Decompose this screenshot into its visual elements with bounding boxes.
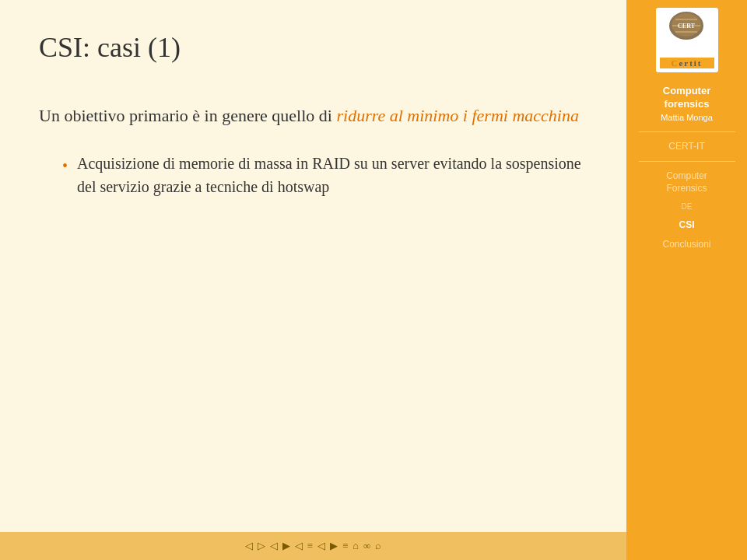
- nav-symbol-4[interactable]: ▶: [282, 540, 290, 552]
- sidebar-nav-label-de: DE: [636, 201, 738, 212]
- sidebar-title-section: Computer forensics Mattia Monga: [626, 80, 747, 127]
- sidebar-nav-label-computer: Computer: [636, 170, 738, 183]
- nav-symbol-6[interactable]: ≡: [307, 540, 313, 552]
- slide-body: Un obiettivo primario è in genere quello…: [39, 95, 587, 529]
- nav-symbol-10[interactable]: ⌂: [352, 540, 359, 552]
- bullet-item-1: • Acquisizione di memorie di massa in RA…: [62, 152, 587, 198]
- main-text-part1: Un obiettivo primario è in genere quello…: [39, 106, 336, 125]
- sidebar-org-label: CERT-IT: [636, 140, 738, 153]
- slide-title: CSI: casi (1): [39, 31, 587, 64]
- nav-symbol-3[interactable]: ◁: [270, 540, 278, 552]
- bullet-dot-icon: •: [62, 154, 68, 177]
- nav-symbol-2[interactable]: ▷: [258, 540, 265, 552]
- cert-emblem-svg: CERT: [660, 12, 713, 54]
- sidebar-nav-label-forensics: Forensics: [636, 182, 738, 195]
- svg-text:CERT: CERT: [678, 23, 696, 30]
- sidebar-org-item: CERT-IT: [626, 137, 747, 156]
- nav-symbol-12[interactable]: ⌕: [375, 540, 381, 552]
- sidebar-author: Mattia Monga: [636, 113, 738, 122]
- sidebar-title-line2: forensics: [636, 98, 738, 111]
- cert-text-stripe: Certit: [660, 58, 714, 68]
- nav-symbol-7[interactable]: ◁: [317, 540, 325, 552]
- nav-symbol-9[interactable]: ≡: [342, 540, 348, 552]
- sidebar-nav-de[interactable]: DE: [626, 198, 747, 215]
- nav-symbol-1[interactable]: ◁: [245, 540, 253, 552]
- bottom-navigation-bar[interactable]: ◁ ▷ ◁ ▶ ◁ ≡ ◁ ▶ ≡ ⌂ ∞ ⌕: [0, 532, 626, 560]
- sidebar-nav-computer-forensics[interactable]: Computer Forensics: [626, 166, 747, 199]
- sidebar: CERT Certit Computer forensics Mattia Mo…: [626, 0, 747, 560]
- sidebar-nav-conclusioni[interactable]: Conclusioni: [626, 235, 747, 254]
- nav-symbol-8[interactable]: ▶: [330, 540, 338, 552]
- sidebar-nav-csi[interactable]: CSI: [626, 215, 747, 235]
- sidebar-title-line1: Computer: [636, 85, 738, 98]
- bullet-text-1: Acquisizione di memorie di massa in RAID…: [77, 152, 587, 198]
- main-text-highlight: ridurre al minimo i fermi macchina: [336, 106, 578, 125]
- sidebar-nav-label-csi: CSI: [636, 219, 738, 232]
- sidebar-nav-label-conclusioni: Conclusioni: [636, 238, 738, 251]
- main-paragraph: Un obiettivo primario è in genere quello…: [39, 103, 587, 128]
- nav-symbol-11[interactable]: ∞: [363, 540, 370, 552]
- main-slide-area: CSI: casi (1) Un obiettivo primario è in…: [0, 0, 626, 560]
- sidebar-divider-1: [639, 131, 735, 132]
- cert-logo-box: CERT Certit: [656, 8, 718, 72]
- nav-symbol-5[interactable]: ◁: [295, 540, 303, 552]
- sidebar-divider-2: [639, 161, 735, 162]
